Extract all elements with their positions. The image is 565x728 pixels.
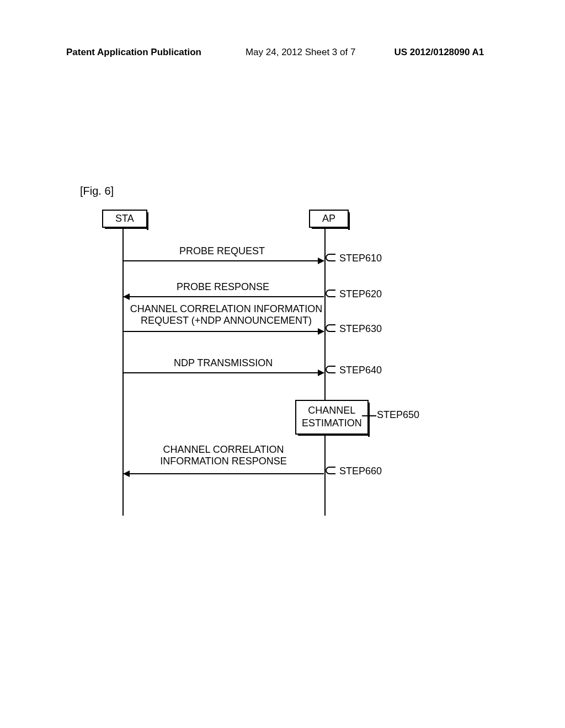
step620-bracket xyxy=(326,290,335,297)
figure-label: [Fig. 6] xyxy=(80,185,114,197)
page-header: Patent Application Publication May 24, 2… xyxy=(0,47,565,58)
channel-estimation-box: CHANNEL ESTIMATION xyxy=(295,400,369,435)
step630-bracket xyxy=(326,324,335,332)
step660-bracket xyxy=(326,467,335,474)
step610-label: STEP610 xyxy=(339,253,382,264)
probe-request-arrow xyxy=(124,260,324,261)
channel-corr-req-line2: REQUEST (+NDP ANNOUNCEMENT) xyxy=(141,315,312,326)
step650-label: STEP650 xyxy=(377,409,419,421)
channel-estimation-line2: ESTIMATION xyxy=(302,417,362,429)
step660-label: STEP660 xyxy=(339,465,382,477)
channel-corr-resp-arrow xyxy=(124,473,324,474)
header-date-sheet: May 24, 2012 Sheet 3 of 7 xyxy=(246,47,355,58)
step640-bracket xyxy=(326,366,335,373)
header-patent-number: US 2012/0128090 A1 xyxy=(394,47,484,58)
step650-connector xyxy=(362,415,376,416)
step630-label: STEP630 xyxy=(339,323,382,335)
probe-response-label: PROBE RESPONSE xyxy=(177,281,269,293)
step640-label: STEP640 xyxy=(339,365,382,376)
channel-corr-req-label: CHANNEL CORRELATION INFORMATION REQUEST … xyxy=(127,303,326,326)
probe-response-arrow xyxy=(124,296,324,297)
ap-entity-box: AP xyxy=(309,210,349,228)
ndp-transmission-arrow xyxy=(124,372,324,373)
channel-estimation-line1: CHANNEL xyxy=(308,405,355,416)
sta-entity-box: STA xyxy=(102,210,147,228)
ndp-transmission-label: NDP TRANSMISSION xyxy=(174,357,273,369)
ap-lifeline xyxy=(324,229,326,516)
channel-corr-resp-line1: CHANNEL CORRELATION xyxy=(163,444,284,455)
probe-request-label: PROBE REQUEST xyxy=(179,245,265,257)
header-publication: Patent Application Publication xyxy=(66,47,201,58)
channel-corr-req-line1: CHANNEL CORRELATION INFORMATION xyxy=(130,303,323,314)
channel-corr-resp-label: CHANNEL CORRELATION INFORMATION RESPONSE xyxy=(146,444,301,467)
step620-label: STEP620 xyxy=(339,288,382,300)
channel-corr-req-arrow xyxy=(124,331,324,332)
sequence-diagram: STA AP PROBE REQUEST STEP610 PROBE RESPO… xyxy=(102,210,488,529)
channel-corr-resp-line2: INFORMATION RESPONSE xyxy=(160,456,287,467)
step610-bracket xyxy=(326,254,335,261)
